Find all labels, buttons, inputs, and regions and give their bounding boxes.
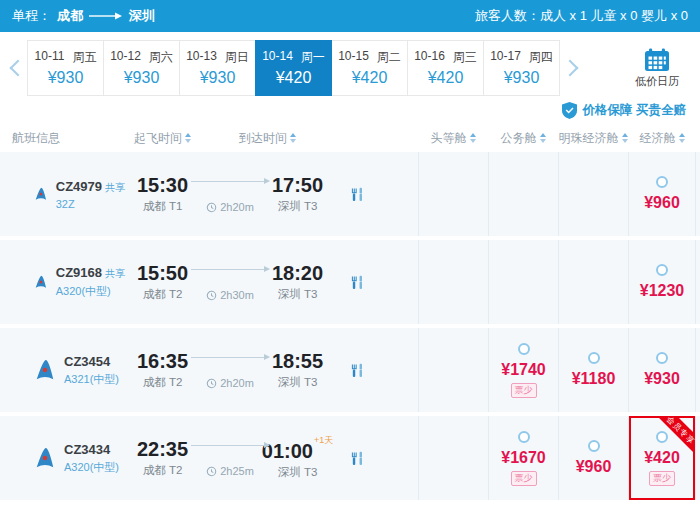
first-class-cell-empty	[418, 416, 488, 500]
fare-radio[interactable]	[588, 352, 600, 364]
fare-price: ¥960	[644, 194, 680, 212]
date-tab-10-14-selected[interactable]: 10-14周一 ¥420	[255, 40, 332, 96]
first-class-cell-empty	[418, 328, 488, 412]
departure-time: 15:50	[125, 262, 200, 284]
fare-radio[interactable]	[656, 176, 668, 188]
business-fare-cell[interactable]: ¥1740 票少	[488, 328, 558, 412]
business-class-cell-empty	[488, 240, 558, 324]
date-tab-10-16[interactable]: 10-16周三 ¥420	[407, 40, 484, 96]
flight-info-cell: CZ4979共享 32Z	[0, 152, 125, 236]
date-tab-10-13[interactable]: 10-13周日 ¥930	[179, 40, 256, 96]
flight-info-cell: CZ3434 A320(中型)	[0, 416, 125, 500]
header-flight-info: 航班信息	[0, 130, 125, 147]
business-class-cell-empty	[488, 152, 558, 236]
price-guarantee-link[interactable]: 价格保障 买贵全赔	[583, 102, 686, 119]
airline-logo-icon	[34, 446, 56, 470]
departure-airport: 成都 T2	[125, 375, 200, 390]
duration-cell: 2h20m	[200, 349, 260, 391]
date-price: ¥930	[48, 69, 84, 87]
flight-info-cell: CZ3454 A321(中型)	[0, 328, 125, 412]
date-price: ¥420	[352, 69, 388, 87]
weekday-label: 周日	[225, 49, 249, 66]
date-price: ¥930	[504, 69, 540, 87]
fare-price: ¥960	[576, 458, 612, 476]
fare-radio[interactable]	[518, 431, 530, 443]
route-summary: 单程： 成都 深圳	[12, 7, 155, 25]
date-tab-10-12[interactable]: 10-12周六 ¥930	[103, 40, 180, 96]
duration-text: 2h30m	[220, 289, 254, 301]
header-business-class-sort[interactable]: 公务舱	[488, 130, 558, 147]
trip-type-label: 单程：	[12, 7, 51, 25]
meal-cell	[335, 152, 380, 236]
premium-economy-fare-cell[interactable]: ¥1180	[558, 328, 628, 412]
member-ribbon-corner: 会员专享	[657, 416, 695, 454]
economy-fare-cell[interactable]: ¥960	[628, 152, 696, 236]
fare-price: ¥1740	[501, 361, 546, 379]
duration-cell: 2h30m	[200, 261, 260, 303]
date-tab-10-15[interactable]: 10-15周二 ¥420	[331, 40, 408, 96]
header-arrival-sort[interactable]: 到达时间	[200, 130, 335, 147]
next-dates-button[interactable]	[560, 40, 584, 96]
flight-number: CZ3454	[64, 354, 110, 369]
date-label: 10-15	[338, 49, 369, 66]
trip-summary-bar: 单程： 成都 深圳 旅客人数：成人 x 1 儿童 x 0 婴儿 x 0	[0, 0, 700, 32]
weekday-label: 周三	[453, 49, 477, 66]
arrival-time: 18:20	[260, 262, 335, 284]
duration-cell: 2h20m	[200, 173, 260, 215]
clock-icon	[206, 466, 217, 477]
business-fare-cell[interactable]: ¥1670 票少	[488, 416, 558, 500]
meal-icon	[350, 363, 365, 378]
clock-icon	[206, 378, 217, 389]
fare-price: ¥1180	[572, 370, 616, 388]
aircraft-type: A320(中型)	[64, 460, 119, 475]
clock-icon	[206, 290, 217, 301]
chevron-right-icon	[562, 60, 579, 77]
date-label: 10-12	[110, 49, 141, 66]
duration-text: 2h20m	[220, 377, 254, 389]
premium-economy-cell-empty	[558, 240, 628, 324]
date-tab-10-11[interactable]: 10-11周五 ¥930	[27, 40, 104, 96]
departure-cell: 22:35 成都 T2	[125, 438, 200, 478]
economy-fare-cell-highlighted[interactable]: 会员专享 ¥420 票少	[628, 416, 696, 500]
departure-airport: 成都 T2	[125, 287, 200, 302]
flight-info-cell: CZ9168共享 A320(中型)	[0, 240, 125, 324]
fare-radio[interactable]	[518, 343, 530, 355]
header-premium-economy-sort[interactable]: 明珠经济舱	[558, 130, 628, 147]
sort-icon	[540, 133, 546, 143]
weekday-label: 周六	[149, 49, 173, 66]
meal-cell	[335, 240, 380, 324]
header-economy-sort[interactable]: 经济舱	[628, 130, 696, 147]
premium-economy-fare-cell[interactable]: ¥960	[558, 416, 628, 500]
clock-icon	[206, 202, 217, 213]
fare-radio[interactable]	[656, 264, 668, 276]
header-departure-sort[interactable]: 起飞时间	[125, 130, 200, 147]
arrival-airport: 深圳 T3	[260, 199, 335, 214]
flight-path-line	[191, 181, 269, 182]
destination-city: 深圳	[129, 7, 155, 25]
date-label: 10-16	[414, 49, 445, 66]
header-first-class-sort[interactable]: 头等舱	[418, 130, 488, 147]
date-tab-10-17[interactable]: 10-17周四 ¥930	[483, 40, 560, 96]
departure-airport: 成都 T1	[125, 199, 200, 214]
low-price-calendar-button[interactable]: 低价日历	[618, 40, 696, 96]
economy-fare-cell[interactable]: ¥1230	[628, 240, 696, 324]
date-price: ¥930	[124, 69, 160, 87]
fare-radio[interactable]	[656, 352, 668, 364]
chevron-left-icon	[10, 60, 27, 77]
meal-cell	[335, 416, 380, 500]
first-class-cell-empty	[418, 152, 488, 236]
meal-icon	[350, 275, 365, 290]
arrival-time: 01:00+1天	[260, 436, 335, 462]
fare-radio[interactable]	[588, 440, 600, 452]
date-price: ¥930	[200, 69, 236, 87]
flight-row-cz9168: CZ9168共享 A320(中型) 15:50 成都 T2 2h30m 18:2…	[0, 240, 700, 324]
arrival-cell: 18:55 深圳 T3	[260, 350, 335, 390]
sort-icon	[622, 133, 628, 143]
flight-path-line	[191, 357, 269, 358]
prev-dates-button[interactable]	[4, 40, 28, 96]
fare-price: ¥930	[644, 370, 680, 388]
economy-fare-cell[interactable]: ¥930	[628, 328, 696, 412]
aircraft-type: A321(中型)	[64, 372, 119, 387]
date-label: 10-14	[262, 49, 293, 66]
weekday-label: 周二	[377, 49, 401, 66]
